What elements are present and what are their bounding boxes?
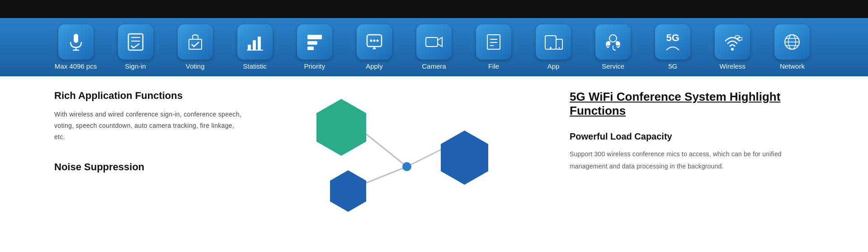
icon-label-camera: Camera bbox=[422, 62, 446, 70]
icon-box-signin bbox=[118, 24, 153, 60]
svg-rect-0 bbox=[74, 34, 78, 43]
icon-label-voting: Voting bbox=[186, 62, 205, 70]
svg-rect-13 bbox=[307, 47, 314, 50]
icon-item-statistic[interactable]: Statistic bbox=[233, 24, 276, 70]
svg-point-27 bbox=[609, 35, 617, 42]
right-section: 5G WiFi Conference System Highlight Func… bbox=[552, 90, 814, 221]
svg-point-25 bbox=[550, 47, 552, 49]
rich-functions-title: Rich Application Functions bbox=[54, 90, 244, 102]
icon-label-statistic: Statistic bbox=[243, 62, 267, 70]
icon-item-wireless[interactable]: Wireless bbox=[711, 24, 754, 70]
noise-suppression-title: Noise Suppression bbox=[54, 161, 244, 173]
svg-rect-28 bbox=[607, 41, 610, 46]
icon-label-file: File bbox=[488, 62, 499, 70]
icon-label-wireless: Wireless bbox=[720, 62, 746, 70]
icon-item-camera[interactable]: Camera bbox=[412, 24, 455, 70]
5g-label: 5G bbox=[666, 33, 679, 43]
icon-item-signin[interactable]: Sign-in bbox=[114, 24, 157, 70]
icon-label-max4096: Max 4096 pcs bbox=[55, 62, 97, 70]
load-capacity-desc: Support 300 wireless conference mics to … bbox=[570, 148, 814, 172]
icon-box-5g: 5G bbox=[655, 24, 690, 60]
icon-box-file bbox=[476, 24, 511, 60]
icon-box-service bbox=[595, 24, 631, 60]
highlight-functions-title: 5G WiFi Conference System Highlight Func… bbox=[570, 90, 814, 118]
svg-point-16 bbox=[373, 40, 375, 42]
svg-rect-3 bbox=[128, 34, 143, 50]
svg-point-41 bbox=[402, 162, 411, 171]
svg-line-40 bbox=[362, 167, 407, 185]
svg-line-39 bbox=[407, 149, 443, 167]
svg-rect-8 bbox=[253, 40, 256, 50]
svg-point-26 bbox=[559, 47, 560, 49]
icon-item-max4096[interactable]: Max 4096 pcs bbox=[54, 24, 97, 70]
icon-label-app: App bbox=[547, 62, 560, 70]
icon-item-service[interactable]: Service bbox=[592, 24, 635, 70]
svg-rect-31 bbox=[735, 36, 740, 38]
svg-point-17 bbox=[376, 40, 378, 42]
icon-label-service: Service bbox=[602, 62, 624, 70]
icon-item-apply[interactable]: Apply bbox=[353, 24, 396, 70]
svg-rect-9 bbox=[258, 37, 261, 50]
icon-item-priority[interactable]: Priority bbox=[293, 24, 336, 70]
icon-box-max4096 bbox=[58, 24, 94, 60]
svg-rect-7 bbox=[248, 45, 251, 50]
hexagon-graphic bbox=[303, 94, 493, 221]
icon-label-network: Network bbox=[780, 62, 805, 70]
content-area: Rich Application Functions With wireless… bbox=[0, 76, 868, 221]
icon-box-voting bbox=[178, 24, 213, 60]
svg-rect-18 bbox=[426, 37, 438, 47]
svg-rect-12 bbox=[307, 41, 317, 45]
icon-label-signin: Sign-in bbox=[125, 62, 146, 70]
icon-box-apply bbox=[357, 24, 392, 60]
svg-rect-29 bbox=[616, 41, 619, 46]
svg-line-38 bbox=[362, 131, 407, 167]
svg-rect-32 bbox=[738, 37, 742, 40]
icon-box-statistic bbox=[237, 24, 273, 60]
icon-box-network bbox=[774, 24, 810, 60]
svg-rect-6 bbox=[189, 39, 202, 49]
svg-point-15 bbox=[370, 40, 372, 42]
icon-item-5g[interactable]: 5G 5G bbox=[651, 24, 694, 70]
svg-point-30 bbox=[731, 48, 734, 51]
icon-label-priority: Priority bbox=[304, 62, 325, 70]
icon-item-voting[interactable]: Voting bbox=[174, 24, 217, 70]
icon-box-priority bbox=[297, 24, 332, 60]
icon-item-file[interactable]: File bbox=[472, 24, 515, 70]
icon-bar: Max 4096 pcs Sign-in Voting bbox=[0, 18, 868, 76]
top-black-bar bbox=[0, 0, 868, 18]
load-capacity-title: Powerful Load Capacity bbox=[570, 131, 814, 142]
svg-rect-11 bbox=[307, 35, 322, 39]
left-section: Rich Application Functions With wireless… bbox=[54, 90, 244, 221]
icon-box-app bbox=[536, 24, 571, 60]
rich-functions-desc: With wireless and wired conference sign-… bbox=[54, 109, 244, 143]
icon-item-network[interactable]: Network bbox=[771, 24, 814, 70]
icon-box-wireless bbox=[715, 24, 750, 60]
icon-item-app[interactable]: App bbox=[532, 24, 575, 70]
icon-label-apply: Apply bbox=[366, 62, 383, 70]
middle-section bbox=[244, 90, 552, 221]
icon-label-5g: 5G bbox=[668, 62, 677, 70]
icon-box-camera bbox=[416, 24, 452, 60]
